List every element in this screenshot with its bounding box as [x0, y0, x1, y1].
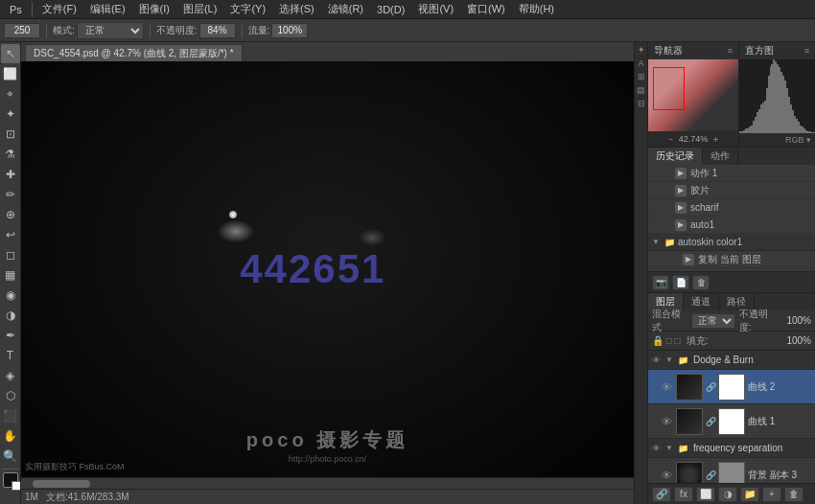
rt-icon-1[interactable]: ✦ — [636, 44, 647, 56]
tool-path-select[interactable]: ◈ — [1, 366, 20, 385]
layer-new-btn[interactable]: + — [762, 487, 781, 502]
blend-mode-select[interactable]: 正常 — [691, 313, 735, 329]
history-item-5[interactable]: ▶ 复制 当前 图层 — [648, 251, 815, 268]
menu-filter[interactable]: 滤镜(R) — [322, 0, 369, 18]
document-tab[interactable]: DSC_4554.psd @ 42.7% (曲线 2, 图层蒙版/*) * — [25, 44, 243, 61]
tool-healing[interactable]: ✚ — [1, 165, 20, 184]
tool-3d[interactable]: ⬛ — [1, 406, 20, 425]
layer-group-1[interactable]: 👁 ▼ 📁 frequency separation — [648, 439, 815, 458]
actions-tab[interactable]: 动作 — [703, 148, 738, 165]
layer-item-1-0[interactable]: 👁 🔗 背景 副本 3 — [648, 458, 815, 483]
history-snapshot-btn[interactable]: 📷 — [652, 275, 669, 290]
tool-history-brush[interactable]: ↩ — [1, 225, 20, 244]
layer-mask-btn[interactable]: ⬜ — [696, 487, 715, 502]
histogram-menu-icon[interactable]: ≡ — [804, 46, 809, 56]
histogram-title: 直方图 — [745, 44, 774, 57]
options-bar: 模式: 正常 不透明度: 流量: — [0, 19, 815, 42]
nav-menu-icon[interactable]: ≡ — [728, 46, 733, 56]
tool-gradient[interactable]: ▦ — [1, 265, 20, 285]
menu-text[interactable]: 文字(Y) — [224, 0, 271, 18]
group-icon: 📁 — [664, 238, 675, 247]
tool-clone-stamp[interactable]: ⊕ — [1, 205, 20, 224]
tool-hand[interactable]: ✋ — [1, 426, 20, 446]
menu-file[interactable]: 文件(F) — [36, 0, 82, 18]
navigator-thumbnail[interactable] — [648, 59, 738, 131]
tool-magic-wand[interactable]: ✦ — [1, 104, 20, 124]
history-list[interactable]: ▶ 动作 1▶ 胶片▶ scharif▶ auto1▼ 📁 autoskin c… — [648, 165, 815, 271]
layer-group-btn[interactable]: 📁 — [740, 487, 759, 502]
rt-icon-2[interactable]: A — [636, 57, 647, 69]
layer-adj-btn[interactable]: ◑ — [718, 487, 737, 502]
document-tab-bar: DSC_4554.psd @ 42.7% (曲线 2, 图层蒙版/*) * — [21, 42, 634, 61]
canvas-wrapper[interactable]: 442651 poco 摄影专题 http://photo.poco.cn/ 实… — [21, 61, 634, 477]
channels-tab[interactable]: 通道 — [684, 293, 719, 310]
tool-text[interactable]: T — [1, 346, 20, 365]
navigator-zoom: － 42.74% ＋ — [648, 131, 738, 147]
tool-blur[interactable]: ◉ — [1, 286, 20, 305]
navigator-panel: 导航器 ≡ － 42.74% ＋ — [648, 42, 739, 147]
history-delete-btn[interactable]: 🗑 — [692, 275, 710, 290]
menu-3d[interactable]: 3D(D) — [371, 2, 410, 17]
menu-window[interactable]: 窗口(W) — [461, 0, 511, 18]
tool-select-rect[interactable]: ⬜ — [1, 64, 20, 83]
history-item-1[interactable]: ▶ 胶片 — [648, 182, 815, 199]
layer-fx-btn[interactable]: fx — [674, 487, 693, 502]
menu-photoshop[interactable]: Ps — [4, 2, 28, 17]
history-tab[interactable]: 历史记录 — [648, 148, 703, 165]
tool-crop[interactable]: ⊡ — [1, 125, 20, 144]
tool-eyedropper[interactable]: ⚗ — [1, 145, 20, 164]
foreground-color[interactable] — [3, 472, 18, 488]
history-group-4[interactable]: ▼ 📁 autoskin color1 — [648, 234, 815, 251]
layers-options: 混合模式 正常 不透明度: 100% — [648, 310, 815, 332]
canvas-area: DSC_4554.psd @ 42.7% (曲线 2, 图层蒙版/*) * 44… — [21, 42, 634, 504]
menu-select[interactable]: 选择(S) — [273, 0, 320, 18]
rt-icon-5[interactable]: ⊟ — [636, 98, 647, 109]
lock-icons: 🔒 □ □ — [652, 335, 681, 346]
rt-icon-3[interactable]: ⊞ — [636, 71, 647, 82]
layer-visibility-0-0[interactable]: 👁 — [660, 380, 673, 394]
opacity-input[interactable] — [199, 23, 236, 38]
histogram-label: RGB ▾ — [739, 133, 815, 147]
brush-size-input[interactable] — [4, 23, 40, 38]
tool-dodge[interactable]: ◑ — [1, 306, 20, 325]
menu-layer[interactable]: 图层(L) — [177, 0, 222, 18]
history-item-0[interactable]: ▶ 动作 1 — [648, 165, 815, 182]
history-new-doc-btn[interactable]: 📄 — [672, 275, 689, 290]
layer-group-0[interactable]: 👁 ▼ 📁 Dodge & Burn — [648, 351, 815, 370]
tool-zoom[interactable]: 🔍 — [1, 447, 20, 466]
menu-view[interactable]: 视图(V) — [412, 0, 459, 18]
layer-visibility-1-0[interactable]: 👁 — [660, 469, 673, 482]
tool-lasso[interactable]: ⌖ — [1, 84, 20, 103]
layer-thumbnail-1-0 — [676, 462, 703, 484]
layer-link-icon-0-1: 🔗 — [706, 417, 715, 426]
opacity-label: 不透明度: — [739, 308, 777, 334]
layers-list[interactable]: 👁 ▼ 📁 Dodge & Burn 👁 🔗 曲线 2 👁 🔗 曲线 1 👁 ▼… — [648, 351, 815, 483]
layer-link-btn[interactable]: 🔗 — [652, 487, 671, 502]
tool-move[interactable]: ↖ — [1, 44, 20, 63]
layer-item-0-1[interactable]: 👁 🔗 曲线 1 — [648, 404, 815, 439]
scrollbar-thumb[interactable] — [33, 480, 90, 488]
tool-shape[interactable]: ⬡ — [1, 386, 20, 405]
layers-opacity-row: 🔒 □ □ 填充: 100% — [648, 332, 815, 351]
menu-image[interactable]: 图像(I) — [133, 0, 175, 18]
layer-delete-btn[interactable]: 🗑 — [784, 487, 803, 502]
layer-name-0-0: 曲线 2 — [748, 380, 811, 394]
zoom-plus[interactable]: ＋ — [711, 133, 720, 146]
layer-link-icon-0-0: 🔗 — [706, 382, 715, 392]
tool-eraser[interactable]: ◻ — [1, 245, 20, 264]
layer-item-0-0[interactable]: 👁 🔗 曲线 2 — [648, 370, 815, 404]
horizontal-scrollbar[interactable] — [21, 477, 634, 489]
layer-visibility-0-1[interactable]: 👁 — [660, 415, 673, 428]
tool-pen[interactable]: ✒ — [1, 326, 20, 345]
zoom-minus[interactable]: － — [666, 133, 675, 146]
mode-select[interactable]: 正常 — [77, 22, 144, 39]
history-item-3[interactable]: ▶ auto1 — [648, 217, 815, 234]
history-item-2[interactable]: ▶ scharif — [648, 199, 815, 217]
rt-icon-4[interactable]: ▤ — [636, 84, 647, 96]
menu-edit[interactable]: 编辑(E) — [84, 0, 131, 18]
menu-help[interactable]: 帮助(H) — [513, 0, 560, 18]
tool-brush[interactable]: ✏ — [1, 185, 20, 204]
flow-input[interactable] — [271, 23, 308, 38]
doc-size: 1M — [25, 492, 38, 502]
history-tabs: 历史记录 动作 — [648, 148, 815, 165]
